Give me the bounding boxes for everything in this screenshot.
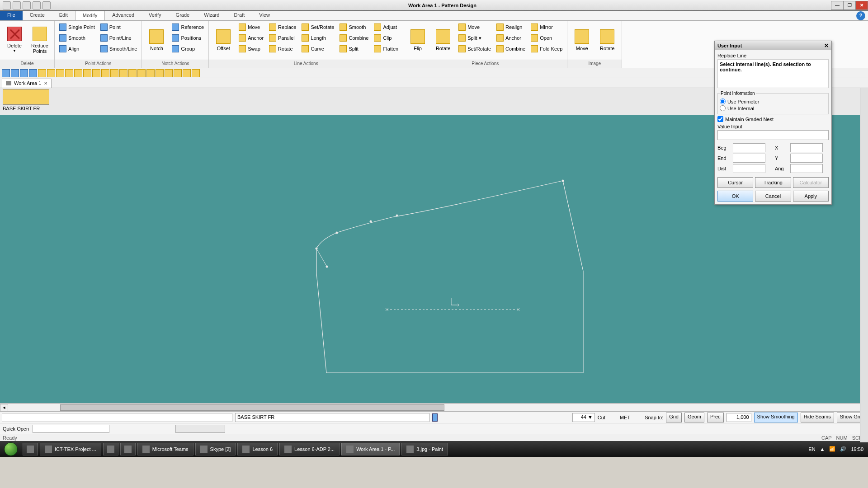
panel-titlebar[interactable]: User Input ✕ <box>715 41 831 50</box>
volume-icon[interactable]: 🔊 <box>840 446 846 452</box>
precision-field[interactable]: 1,000 <box>726 413 751 422</box>
panel-close-icon[interactable]: ✕ <box>824 42 829 49</box>
set-rotate-button[interactable]: Set/Rotate <box>300 22 336 32</box>
snap-grid-button[interactable]: Grid <box>666 413 682 422</box>
taskbar-lesson6-adp[interactable]: Lesson 6-ADP 2... <box>279 443 340 455</box>
redo-icon[interactable] <box>33 1 41 9</box>
split-piece-button[interactable]: Split ▾ <box>457 33 493 43</box>
move-image-button[interactable]: Move <box>570 22 594 58</box>
tab-grade[interactable]: Grade <box>169 11 197 20</box>
cursor-button[interactable]: Cursor <box>717 177 753 188</box>
reference-button[interactable]: Reference <box>170 22 206 32</box>
doc-tab-work-area-1[interactable]: Work Area 1 ✕ <box>2 79 52 88</box>
scroll-thumb[interactable] <box>60 404 444 411</box>
undo-icon[interactable] <box>23 1 31 9</box>
taskbar-skype[interactable]: Skype [2] <box>195 443 236 455</box>
ok-button[interactable]: OK <box>717 191 753 202</box>
tray-up-icon[interactable]: ▲ <box>820 446 825 452</box>
help-icon[interactable]: ? <box>856 11 865 20</box>
notch-button[interactable]: Notch <box>145 22 168 58</box>
tab-draft[interactable]: Draft <box>226 11 252 20</box>
tool-10-icon[interactable] <box>119 69 127 77</box>
minimize-button[interactable]: — <box>831 1 844 10</box>
end-field[interactable] <box>733 154 765 163</box>
tool-8-icon[interactable] <box>101 69 109 77</box>
close-button[interactable]: ✕ <box>855 1 868 10</box>
y-field[interactable] <box>790 154 823 163</box>
tool-11-icon[interactable] <box>128 69 137 77</box>
snap-geom-button[interactable]: Geom <box>684 413 704 422</box>
taskbar-app2[interactable] <box>120 443 136 455</box>
tool-14-icon[interactable] <box>156 69 164 77</box>
mirror-button[interactable]: Mirror <box>529 22 564 32</box>
tab-create[interactable]: Create <box>23 11 52 20</box>
move-piece-button[interactable]: Move <box>457 22 493 32</box>
ang-field[interactable] <box>790 164 823 173</box>
tool-16-icon[interactable] <box>174 69 182 77</box>
x-field[interactable] <box>790 143 823 152</box>
value-input-field[interactable] <box>717 130 829 140</box>
language-indicator[interactable]: EN <box>808 446 815 452</box>
taskbar-explorer[interactable] <box>23 443 38 455</box>
tool-9-icon[interactable] <box>110 69 118 77</box>
clock[interactable]: 19:50 <box>851 446 863 452</box>
fold-keep-button[interactable]: Fold Keep <box>529 44 564 54</box>
tool-17-icon[interactable] <box>183 69 191 77</box>
size-field[interactable]: 44 ▼ <box>572 413 595 422</box>
hide-seams-button[interactable]: Hide Seams <box>801 413 834 422</box>
flatten-button[interactable]: Flatten <box>372 44 400 54</box>
cancel-button[interactable]: Cancel <box>755 191 791 202</box>
snap-prec-button[interactable]: Prec <box>707 413 724 422</box>
anchor-line-button[interactable]: Anchor <box>237 33 265 43</box>
beg-field[interactable] <box>733 143 765 152</box>
tab-edit[interactable]: Edit <box>52 11 75 20</box>
tool-13-icon[interactable] <box>146 69 155 77</box>
rotate-line-button[interactable]: Rotate <box>267 44 298 54</box>
offset-button[interactable]: Offset <box>212 22 235 58</box>
smooth-line-button[interactable]: Smooth/Line <box>99 44 139 54</box>
point-line-button[interactable]: Point/Line <box>99 33 139 43</box>
piece-thumbnail-card[interactable]: BASE SKIRT FR <box>3 89 49 112</box>
tab-advanced[interactable]: Advanced <box>105 11 142 20</box>
scroll-left-icon[interactable]: ◄ <box>0 404 8 411</box>
reduce-points-button[interactable]: Reduce Points <box>28 22 52 58</box>
smooth-line2-button[interactable]: Smooth <box>338 22 370 32</box>
start-button[interactable] <box>0 441 22 457</box>
zoom-fit-icon[interactable] <box>29 69 37 77</box>
realign-button[interactable]: Realign <box>495 22 527 32</box>
save-icon[interactable] <box>13 1 21 9</box>
split-line-button[interactable]: Split <box>338 44 370 54</box>
horizontal-scrollbar[interactable]: ◄ ► <box>0 403 868 411</box>
length-button[interactable]: Length <box>300 33 336 43</box>
point-button[interactable]: Point <box>99 22 139 32</box>
doc-tab-close-icon[interactable]: ✕ <box>44 81 47 86</box>
quick-open-field[interactable] <box>33 425 109 433</box>
taskbar-teams[interactable]: Microsoft Teams <box>137 443 193 455</box>
tool-12-icon[interactable] <box>137 69 146 77</box>
replace-button[interactable]: Replace <box>267 22 298 32</box>
tab-view[interactable]: View <box>252 11 277 20</box>
maximize-button[interactable]: ❐ <box>843 1 856 10</box>
smooth-point-button[interactable]: Smooth <box>57 33 97 43</box>
anchor-piece-button[interactable]: Anchor <box>495 33 527 43</box>
positions-button[interactable]: Positions <box>170 33 206 43</box>
combine-piece-button[interactable]: Combine <box>495 44 527 54</box>
tool-7-icon[interactable] <box>92 69 100 77</box>
rotate-piece-button[interactable]: Rotate <box>431 22 455 58</box>
clip-button[interactable]: Clip <box>372 33 400 43</box>
flip-button[interactable]: Flip <box>406 22 429 58</box>
tab-verify[interactable]: Verify <box>142 11 169 20</box>
taskbar-work-area[interactable]: Work Area 1 - P... <box>341 443 400 455</box>
tool-dropdown-icon[interactable] <box>192 69 200 77</box>
curve-button[interactable]: Curve <box>300 44 336 54</box>
taskbar-lesson6[interactable]: Lesson 6 <box>237 443 278 455</box>
delete-button[interactable]: Delete▼ <box>3 22 26 58</box>
taskbar-ict-tex[interactable]: ICT-TEX Project ... <box>40 443 101 455</box>
tab-wizard[interactable]: Wizard <box>197 11 226 20</box>
align-button[interactable]: Align <box>57 44 97 54</box>
zoom-in-icon[interactable] <box>11 69 19 77</box>
set-rotate-piece-button[interactable]: Set/Rotate <box>457 44 493 54</box>
group-button[interactable]: Group <box>170 44 206 54</box>
picker-button[interactable] <box>432 413 438 422</box>
use-perimeter-radio[interactable]: Use Perimeter <box>720 99 826 104</box>
